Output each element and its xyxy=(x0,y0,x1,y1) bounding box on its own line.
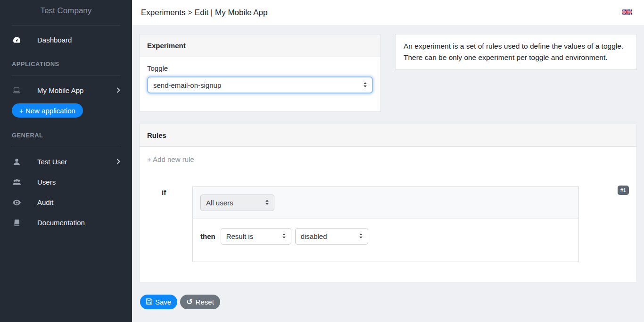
sidebar-item-documentation[interactable]: Documentation xyxy=(0,212,132,233)
sidebar-item-test-user[interactable]: Test User xyxy=(0,152,132,172)
chevron-right-icon xyxy=(116,158,120,166)
rule-row: if All users xyxy=(147,186,629,262)
actions-bar: Save ↺ Reset xyxy=(139,295,637,309)
rule-result-select[interactable]: disabled xyxy=(295,228,368,245)
save-button-label: Save xyxy=(155,298,171,306)
gauge-icon xyxy=(12,37,21,43)
rule-audience-value: All users xyxy=(206,199,233,207)
content: Experiment Toggle send-email-on-signup xyxy=(132,26,644,322)
toggle-select[interactable]: send-email-on-signup xyxy=(147,76,373,93)
select-updown-icon xyxy=(282,232,286,240)
rule-audience-select[interactable]: All users xyxy=(200,195,274,211)
breadcrumb: Experiments > Edit | My Mobile App xyxy=(141,8,268,17)
user-icon xyxy=(12,159,21,165)
sidebar: Test Company Dashboard APPLICATIONS My M… xyxy=(0,0,132,322)
book-icon xyxy=(12,220,21,226)
reset-button-label: Reset xyxy=(196,298,214,306)
save-icon xyxy=(146,298,152,306)
rule-number-badge: #1 xyxy=(618,186,629,195)
eye-icon xyxy=(12,200,21,205)
rule-then-label: then xyxy=(200,232,215,240)
select-updown-icon xyxy=(359,232,363,240)
sidebar-item-label: Audit xyxy=(37,198,120,206)
reset-icon: ↺ xyxy=(186,298,192,306)
sidebar-item-label: My Mobile App xyxy=(37,86,116,94)
company-name: Test Company xyxy=(0,0,132,21)
rule-strategy-select[interactable]: Result is xyxy=(221,228,291,245)
sidebar-item-users[interactable]: Users xyxy=(0,172,132,192)
main-area: Experiments > Edit | My Mobile App Exper… xyxy=(132,0,644,322)
rules-panel: Rules + Add new rule if All users xyxy=(139,124,637,282)
rules-panel-title: Rules xyxy=(140,124,636,147)
select-updown-icon xyxy=(363,81,367,89)
save-button[interactable]: Save xyxy=(140,295,177,309)
sidebar-item-label: Test User xyxy=(37,158,116,166)
reset-button[interactable]: ↺ Reset xyxy=(180,295,220,309)
general-section-header: GENERAL xyxy=(0,121,132,143)
rule-result-value: disabled xyxy=(301,232,327,240)
applications-section-header: APPLICATIONS xyxy=(0,50,132,71)
new-application-button[interactable]: + New application xyxy=(12,103,83,118)
rule-box: All users then Result xyxy=(192,186,579,262)
sidebar-item-label: Documentation xyxy=(37,219,120,227)
divider xyxy=(12,76,120,76)
language-switcher[interactable] xyxy=(622,8,632,17)
divider xyxy=(12,25,120,25)
toggle-label: Toggle xyxy=(147,64,373,72)
experiment-panel-title: Experiment xyxy=(140,34,380,57)
experiment-info-box: An experiment is a set of rules used to … xyxy=(395,34,637,70)
sidebar-item-label: Users xyxy=(37,178,120,186)
sidebar-item-dashboard[interactable]: Dashboard xyxy=(0,30,132,50)
uk-flag-icon xyxy=(622,8,632,17)
experiment-panel: Experiment Toggle send-email-on-signup xyxy=(139,34,381,112)
topbar: Experiments > Edit | My Mobile App xyxy=(132,0,644,26)
divider xyxy=(12,147,120,147)
toggle-select-value: send-email-on-signup xyxy=(153,81,221,89)
sidebar-item-audit[interactable]: Audit xyxy=(0,192,132,212)
users-icon xyxy=(12,179,21,185)
rule-strategy-value: Result is xyxy=(226,232,254,240)
select-updown-icon xyxy=(265,199,269,207)
chevron-right-icon xyxy=(116,86,120,94)
sidebar-item-my-mobile-app[interactable]: My Mobile App xyxy=(0,80,132,101)
sidebar-item-label: Dashboard xyxy=(37,36,120,44)
rule-if-label: if xyxy=(162,186,192,196)
laptop-icon xyxy=(12,87,21,93)
add-new-rule-link[interactable]: + Add new rule xyxy=(147,155,194,163)
